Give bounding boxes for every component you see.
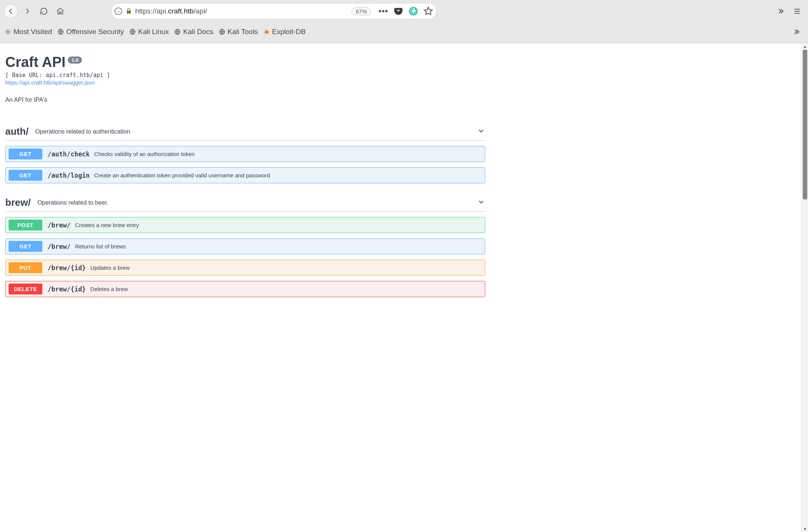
op-brew-list[interactable]: GET /brew/ Returns list of brews (5, 238, 485, 254)
bookmark-kali-tools[interactable]: Kali Tools (219, 28, 258, 36)
section-header-auth[interactable]: auth/ Operations related to authenticati… (5, 126, 485, 141)
section-desc: Operations related to authentication (35, 128, 130, 135)
bookmark-kali-docs[interactable]: Kali Docs (174, 28, 213, 36)
grammarly-icon[interactable] (408, 6, 418, 16)
api-base-url: [ Base URL: api.craft.htb/api ] (5, 72, 485, 79)
api-version-badge: 1.0 (68, 56, 82, 64)
bookmark-most-visited[interactable]: Most Visited (4, 28, 52, 36)
op-summary: Checks validity of an authorization toke… (94, 151, 195, 157)
url-text: https://api.craft.htb/api/ (135, 7, 207, 15)
browser-chrome: https://api.craft.htb/api/ 67% ••• (0, 0, 808, 43)
section-header-brew[interactable]: brew/ Operations related to beer. (5, 197, 485, 212)
section-brew: brew/ Operations related to beer. POST /… (5, 197, 485, 297)
method-badge: GET (9, 170, 42, 181)
op-path: /brew/ (48, 221, 70, 229)
section-auth: auth/ Operations related to authenticati… (5, 126, 485, 183)
scroll-down-arrow[interactable]: ▾ (804, 526, 806, 532)
svg-point-2 (7, 31, 9, 33)
swagger-json-link[interactable]: https://api.craft.htb/api/swagger.json (5, 79, 95, 86)
hamburger-menu-icon[interactable] (790, 4, 804, 18)
scroll-thumb[interactable] (803, 50, 807, 199)
back-button[interactable] (4, 4, 18, 18)
method-badge: POST (9, 220, 42, 230)
op-brew-create[interactable]: POST /brew/ Creates a new brew entry (5, 217, 485, 233)
op-auth-login[interactable]: GET /auth/login Create an authentication… (5, 167, 485, 183)
op-summary: Create an authentication token provided … (94, 172, 270, 178)
home-button[interactable] (53, 4, 67, 18)
section-desc: Operations related to beer. (37, 199, 108, 206)
site-info-icon[interactable] (114, 7, 122, 15)
page-viewport: Craft API 1.0 [ Base URL: api.craft.htb/… (0, 43, 808, 532)
op-path: /brew/ (48, 243, 70, 250)
chevron-down-icon (477, 127, 485, 137)
op-summary: Creates a new brew entry (75, 222, 139, 228)
op-path: /brew/{id} (48, 285, 86, 293)
op-summary: Updates a brew (90, 265, 130, 271)
swagger-ui: Craft API 1.0 [ Base URL: api.craft.htb/… (0, 43, 490, 297)
overflow-toolbar-icon[interactable] (774, 4, 788, 18)
reload-button[interactable] (37, 4, 51, 18)
op-summary: Returns list of brews (75, 243, 126, 250)
op-brew-update[interactable]: PUT /brew/{id} Updates a brew (5, 260, 485, 276)
zoom-badge[interactable]: 67% (352, 7, 371, 15)
pocket-icon[interactable] (394, 6, 403, 16)
op-summary: Deletes a brew (90, 286, 128, 292)
method-badge: GET (9, 241, 42, 252)
address-bar[interactable]: https://api.craft.htb/api/ 67% ••• (111, 3, 437, 19)
bookmark-kali-linux[interactable]: Kali Linux (129, 28, 169, 36)
api-title: Craft API 1.0 (5, 54, 485, 70)
op-path: /brew/{id} (48, 264, 86, 272)
forward-button[interactable] (20, 4, 34, 18)
op-path: /auth/check (48, 150, 90, 158)
op-brew-delete[interactable]: DELETE /brew/{id} Deletes a brew (5, 281, 485, 297)
section-name: auth/ (5, 126, 28, 137)
bookmark-exploit-db[interactable]: Exploit-DB (263, 28, 306, 36)
more-actions-icon[interactable]: ••• (379, 6, 388, 16)
scroll-up-arrow[interactable]: ▴ (804, 43, 806, 50)
chevron-down-icon (477, 198, 485, 208)
bookmarks-bar: Most Visited Offensive Security Kali Lin… (0, 22, 808, 43)
op-path: /auth/login (48, 172, 90, 179)
method-badge: PUT (9, 262, 42, 273)
bookmark-star-icon[interactable] (423, 6, 433, 16)
bookmark-offensive-security[interactable]: Offensive Security (57, 28, 124, 36)
op-auth-check[interactable]: GET /auth/check Checks validity of an au… (5, 146, 485, 162)
lock-warning-icon[interactable] (125, 7, 133, 15)
vertical-scrollbar[interactable]: ▴ ▾ (801, 43, 808, 532)
section-name: brew/ (5, 197, 31, 208)
svg-point-1 (410, 7, 417, 15)
bookmarks-overflow-icon[interactable] (789, 25, 804, 39)
navigation-bar: https://api.craft.htb/api/ 67% ••• (0, 0, 808, 22)
api-description: An API for IPA's (5, 97, 485, 103)
method-badge: DELETE (9, 284, 42, 294)
svg-point-7 (265, 31, 268, 34)
method-badge: GET (9, 149, 42, 159)
